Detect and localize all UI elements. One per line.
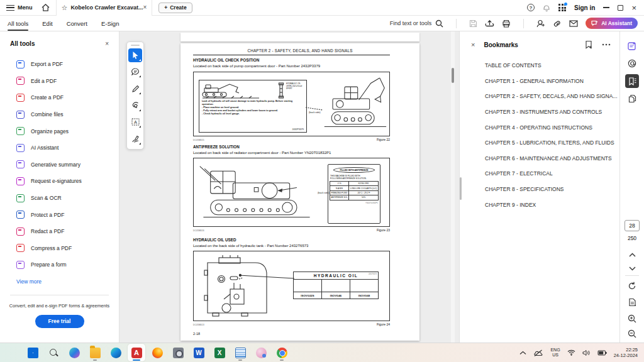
bookmark-item[interactable]: CHAPTER 7 - ELECTRICAL	[460, 166, 619, 182]
bookmark-item[interactable]: CHAPTER 5 - LUBRICATION, FILTERS, AND FL…	[460, 135, 619, 151]
page-number-input[interactable]: 28	[625, 220, 640, 231]
tool-item[interactable]: Compress a PDF	[0, 240, 119, 257]
document-tab[interactable]: ☆ Kobelco Crawler Excavat... ×	[56, 0, 153, 16]
ai-assistant-button[interactable]: AI Assistant	[586, 18, 638, 29]
zoom-in-icon[interactable]	[625, 312, 639, 326]
home-icon[interactable]	[42, 4, 50, 11]
generative-summary-icon[interactable]	[625, 39, 639, 53]
tool-item[interactable]: Scan & OCR	[0, 190, 119, 207]
select-text-tool[interactable]: A	[128, 116, 142, 129]
pdf-page[interactable]: CHAPTER 2 - SAFETY, DECALS, AND HAND SIG…	[180, 43, 419, 341]
taskbar-app-icon[interactable]	[148, 344, 166, 361]
tool-icon	[16, 228, 25, 236]
find-text-button[interactable]: Find text or tools	[390, 19, 444, 28]
clock[interactable]: 22:25 24-12-2024	[614, 347, 638, 359]
select-cursor-tool[interactable]	[128, 48, 142, 62]
taskbar-app-icon[interactable]	[169, 344, 187, 361]
print-icon[interactable]	[502, 19, 511, 28]
taskbar-app-icon[interactable]	[86, 344, 104, 361]
taskbar-app-icon[interactable]	[128, 344, 145, 361]
sign-in-button[interactable]: Sign in	[574, 4, 595, 11]
link-icon[interactable]	[553, 19, 562, 28]
bookmarks-tab-icon[interactable]	[625, 74, 639, 88]
lasso-tool[interactable]	[128, 99, 142, 112]
tool-item[interactable]: Generative summary	[0, 156, 119, 173]
share-upload-icon[interactable]	[485, 19, 494, 28]
tool-item[interactable]: Export a PDF	[0, 56, 119, 73]
window-close-icon[interactable]: ×	[631, 4, 636, 12]
tool-item[interactable]: Edit a PDF	[0, 73, 119, 90]
tool-item[interactable]: Protect a PDF	[0, 206, 119, 223]
page-view-options-icon[interactable]	[625, 295, 639, 309]
tray-expand-icon[interactable]	[519, 351, 526, 355]
bookmark-item[interactable]: CHAPTER 3 - INSTRUMENTS AND CONTROLS	[460, 104, 619, 120]
menu-label[interactable]: Menu	[18, 4, 33, 11]
add-bookmark-icon[interactable]	[585, 40, 593, 49]
bookmarks-close-icon[interactable]: ×	[471, 41, 475, 48]
bookmark-item[interactable]: CHAPTER 9 - INDEX	[460, 197, 619, 212]
bookmark-item[interactable]: CHAPTER 8 - SPECIFICATIONS	[460, 182, 619, 197]
wifi-icon[interactable]	[567, 349, 575, 356]
previous-page-icon[interactable]	[625, 248, 639, 261]
comments-icon[interactable]	[625, 57, 639, 70]
bookmark-item[interactable]: CHAPTER 1 - GENERAL INFORMATION	[460, 74, 619, 89]
tool-item[interactable]: Create a PDF	[0, 89, 119, 106]
zoom-out-icon[interactable]	[625, 327, 639, 341]
taskbar-app-icon[interactable]	[107, 344, 125, 361]
drag-handle[interactable]	[131, 45, 140, 46]
ribbon-tab[interactable]: E-Sign	[101, 16, 119, 31]
taskbar-app-icon[interactable]	[252, 344, 270, 361]
tool-item[interactable]: Organize pages	[0, 123, 119, 140]
notifications-icon[interactable]	[543, 4, 550, 12]
apps-grid-icon[interactable]	[558, 4, 566, 11]
add-comment-tool[interactable]	[128, 65, 142, 79]
ribbon-tab[interactable]: All tools	[8, 16, 28, 31]
help-icon[interactable]: ?	[527, 4, 535, 11]
tool-item[interactable]: Redact a PDF	[0, 223, 119, 240]
rotate-page-icon[interactable]	[625, 279, 639, 293]
tab-close-icon[interactable]: ×	[143, 4, 147, 11]
taskbar-app-icon[interactable]	[65, 344, 83, 361]
taskbar-app-icon[interactable]	[45, 344, 62, 361]
create-button[interactable]: + Create	[158, 3, 192, 13]
taskbar-app-icon[interactable]	[190, 344, 208, 361]
draw-pencil-tool[interactable]	[128, 82, 142, 96]
bookmark-item[interactable]: CHAPTER 6 - MAINTENANCE AND ADJUSTMENTS	[460, 151, 619, 167]
fill-sign-tool[interactable]	[128, 132, 142, 146]
language-indicator[interactable]: ENG US	[550, 348, 560, 358]
bookmark-item[interactable]: CHAPTER 4 - OPERATING INSTRUCTIONS	[460, 119, 619, 135]
tool-item[interactable]: AI Assistant	[0, 140, 119, 156]
panel-close-icon[interactable]: ×	[105, 41, 109, 47]
tool-item[interactable]: Prepare a form	[0, 256, 119, 273]
bookmarks-scrollbar-thumb[interactable]	[460, 177, 462, 200]
ribbon-tab[interactable]: Convert	[67, 16, 87, 31]
ribbon-tab[interactable]: Edit	[42, 16, 52, 31]
taskbar-app-icon[interactable]	[273, 344, 291, 361]
email-icon[interactable]	[569, 20, 578, 27]
menu-icon[interactable]	[6, 5, 14, 11]
plus-icon: +	[164, 4, 167, 11]
window-maximize-icon[interactable]	[618, 5, 623, 11]
taskbar-app-icon[interactable]	[24, 344, 42, 361]
add-user-icon[interactable]	[536, 19, 545, 28]
battery-icon[interactable]	[597, 350, 607, 356]
overflow-menu-icon[interactable]	[602, 43, 611, 46]
star-icon[interactable]: ☆	[62, 4, 68, 11]
taskbar-app-icon[interactable]	[231, 344, 249, 361]
free-trial-button[interactable]: Free trial	[35, 315, 84, 328]
view-more-link[interactable]: View more	[0, 278, 119, 285]
document-viewport[interactable]: CHAPTER 2 - SAFETY, DECALS, AND HAND SIG…	[119, 31, 459, 343]
scrollbar-thumb[interactable]	[452, 68, 454, 83]
volume-icon[interactable]	[582, 349, 591, 356]
bookmark-item[interactable]: TABLE OF CONTENTS	[460, 58, 619, 74]
window-minimize-icon[interactable]	[603, 7, 609, 8]
onedrive-icon[interactable]	[533, 349, 543, 356]
next-page-icon[interactable]	[625, 261, 639, 275]
taskbar-app-icon[interactable]	[211, 344, 228, 361]
bookmark-item[interactable]: CHAPTER 2 - SAFETY, DECALS, AND HAND SIG…	[460, 89, 619, 104]
tool-item[interactable]: Request e-signatures	[0, 173, 119, 190]
document-scrollbar[interactable]	[451, 31, 455, 343]
tool-item[interactable]: Combine files	[0, 106, 119, 123]
pages-copy-icon[interactable]	[625, 92, 639, 106]
save-icon[interactable]	[469, 19, 477, 28]
